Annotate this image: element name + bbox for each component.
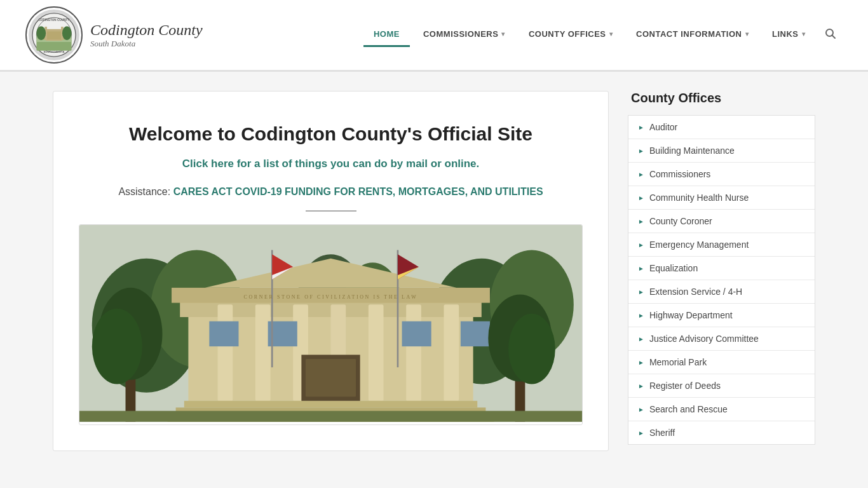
logo-inner: CODINGTON COUNTY SOUTH DAKOTA: [29, 10, 79, 60]
chevron-down-icon: ▾: [609, 30, 613, 37]
chevron-right-icon: ►: [638, 218, 644, 225]
svg-rect-30: [406, 304, 421, 401]
sidebar-item-extension-service[interactable]: ► Extension Service / 4-H: [628, 280, 815, 304]
site-title-main: Codington County: [90, 22, 203, 39]
chevron-down-icon: ▾: [802, 30, 806, 37]
sidebar-item-memorial-park[interactable]: ► Memorial Park: [628, 351, 815, 374]
nav-commissioners[interactable]: COMMISSIONERS ▾: [413, 23, 515, 47]
sidebar-item-label: Auditor: [649, 122, 677, 132]
sidebar-item-label: Memorial Park: [649, 357, 707, 367]
chevron-right-icon: ►: [638, 359, 644, 366]
site-header: CODINGTON COUNTY SOUTH DAKOTA Codington …: [0, 0, 868, 72]
chevron-right-icon: ►: [638, 147, 644, 154]
sidebar-item-label: Highway Department: [649, 310, 733, 320]
nav-contact[interactable]: CONTACT INFORMATION ▾: [626, 23, 759, 47]
svg-rect-32: [184, 401, 477, 408]
svg-rect-25: [218, 304, 233, 401]
nav-home[interactable]: HOME: [363, 23, 410, 47]
main-content: Welcome to Codington County's Official S…: [53, 91, 609, 451]
nav-links[interactable]: LINKS ▾: [762, 23, 815, 47]
sidebar-item-label: Emergency Management: [649, 240, 749, 250]
svg-rect-37: [209, 322, 238, 347]
sidebar: County Offices ► Auditor ► Building Main…: [628, 91, 815, 451]
svg-point-8: [36, 26, 46, 40]
county-offices-list: ► Auditor ► Building Maintenance ► Commi…: [628, 115, 815, 445]
svg-line-13: [832, 36, 836, 39]
sidebar-item-label: Sheriff: [649, 428, 675, 438]
sidebar-item-label: Register of Deeds: [649, 381, 721, 391]
sidebar-item-label: County Coroner: [649, 216, 712, 226]
main-nav: HOME COMMISSIONERS ▾ COUNTY OFFICES ▾ CO…: [363, 22, 843, 48]
svg-rect-29: [369, 304, 384, 401]
sidebar-item-building-maintenance[interactable]: ► Building Maintenance: [628, 139, 815, 163]
chevron-right-icon: ►: [638, 171, 644, 178]
svg-rect-53: [79, 411, 582, 422]
chevron-right-icon: ►: [638, 406, 644, 413]
sidebar-item-community-health-nurse[interactable]: ► Community Health Nurse: [628, 186, 815, 210]
sidebar-item-justice-advisory[interactable]: ► Justice Advisory Committee: [628, 327, 815, 351]
svg-rect-36: [306, 359, 356, 396]
sidebar-item-label: Community Health Nurse: [649, 193, 749, 203]
sidebar-item-label: Commissioners: [649, 169, 710, 179]
chevron-right-icon: ►: [638, 312, 644, 319]
svg-text:CORNER STONE OF CIVILIZATION I: CORNER STONE OF CIVILIZATION IS THE LAW: [244, 294, 418, 300]
welcome-title: Welcome to Codington County's Official S…: [79, 123, 583, 145]
sidebar-item-emergency-management[interactable]: ► Emergency Management: [628, 233, 815, 257]
site-title-block: Codington County South Dakota: [90, 22, 203, 49]
sidebar-item-auditor[interactable]: ► Auditor: [628, 116, 815, 139]
sidebar-item-label: Equalization: [649, 263, 698, 273]
section-divider: [306, 210, 356, 212]
chevron-right-icon: ►: [638, 124, 644, 131]
assistance-cares-text[interactable]: CARES ACT COVID-19 FUNDING FOR RENTS, MO…: [173, 186, 543, 197]
svg-point-49: [92, 309, 142, 384]
courthouse-image-container: CORNER STONE OF CIVILIZATION IS THE LAW: [79, 224, 583, 425]
search-button[interactable]: [818, 22, 843, 48]
svg-rect-40: [461, 322, 490, 347]
svg-rect-26: [255, 304, 271, 401]
assistance-paragraph: Assistance: CARES ACT COVID-19 FUNDING F…: [79, 186, 583, 198]
courthouse-image: CORNER STONE OF CIVILIZATION IS THE LAW: [79, 225, 582, 422]
mail-online-link[interactable]: Click here for a list of things you can …: [79, 158, 583, 170]
site-logo: CODINGTON COUNTY SOUTH DAKOTA: [25, 6, 83, 64]
chevron-right-icon: ►: [638, 241, 644, 248]
svg-rect-31: [444, 304, 459, 401]
svg-point-9: [62, 26, 72, 40]
sidebar-item-equalization[interactable]: ► Equalization: [628, 257, 815, 280]
sidebar-item-county-coroner[interactable]: ► County Coroner: [628, 210, 815, 233]
sidebar-item-commissioners[interactable]: ► Commissioners: [628, 163, 815, 186]
sidebar-item-register-of-deeds[interactable]: ► Register of Deeds: [628, 374, 815, 398]
chevron-right-icon: ►: [638, 288, 644, 295]
svg-point-52: [508, 314, 555, 384]
assistance-label: Assistance:: [118, 186, 170, 197]
nav-county-offices[interactable]: COUNTY OFFICES ▾: [519, 23, 623, 47]
chevron-right-icon: ►: [638, 336, 644, 342]
sidebar-item-sheriff[interactable]: ► Sheriff: [628, 421, 815, 444]
svg-text:SOUTH DAKOTA: SOUTH DAKOTA: [44, 50, 65, 53]
sidebar-item-search-and-rescue[interactable]: ► Search and Rescue: [628, 398, 815, 421]
chevron-down-icon: ▾: [745, 30, 749, 37]
chevron-right-icon: ►: [638, 194, 644, 201]
svg-text:CODINGTON COUNTY: CODINGTON COUNTY: [39, 18, 70, 22]
sidebar-item-label: Building Maintenance: [649, 146, 735, 156]
logo-area: CODINGTON COUNTY SOUTH DAKOTA Codington …: [25, 6, 203, 64]
chevron-right-icon: ►: [638, 383, 644, 390]
chevron-down-icon: ▾: [501, 30, 505, 37]
page-body: Welcome to Codington County's Official S…: [27, 72, 841, 470]
chevron-right-icon: ►: [638, 430, 644, 437]
sidebar-title: County Offices: [628, 91, 815, 105]
svg-rect-39: [402, 322, 431, 347]
site-title-sub: South Dakota: [90, 39, 203, 49]
sidebar-item-highway-department[interactable]: ► Highway Department: [628, 304, 815, 327]
sidebar-item-label: Search and Rescue: [649, 404, 728, 414]
chevron-right-icon: ►: [638, 265, 644, 272]
sidebar-item-label: Extension Service / 4-H: [649, 287, 742, 297]
sidebar-item-label: Justice Advisory Committee: [649, 334, 759, 344]
